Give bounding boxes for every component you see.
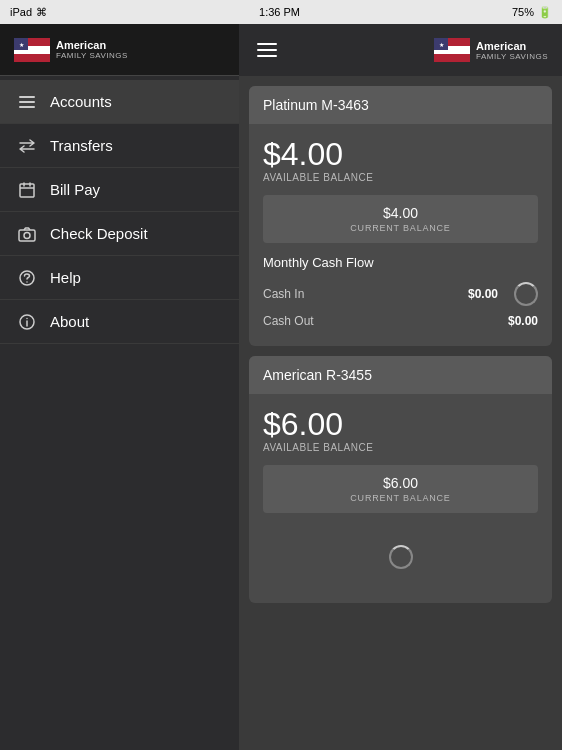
menu-button[interactable]: [253, 39, 281, 61]
sidebar-item-billpay[interactable]: Bill Pay: [0, 168, 239, 212]
platinum-cash-flow-title: Monthly Cash Flow: [263, 255, 538, 270]
account-header-platinum: Platinum M-3463: [249, 86, 552, 124]
platinum-cash-flow: Monthly Cash Flow Cash In $0.00 Ca: [263, 255, 538, 332]
device-label: iPad: [10, 6, 32, 18]
calendar-icon: [16, 179, 38, 201]
sidebar-label-transfers: Transfers: [50, 137, 113, 154]
platinum-cash-out-row: Cash Out $0.00: [263, 310, 538, 332]
account-card-platinum: Platinum M-3463 $4.00 AVAILABLE BALANCE …: [249, 86, 552, 346]
svg-rect-17: [434, 54, 470, 62]
account-card-american: American R-3455 $6.00 AVAILABLE BALANCE …: [249, 356, 552, 603]
status-bar: iPad ⌘ 1:36 PM 75% 🔋: [0, 0, 562, 24]
sidebar-logo: ★ American FAMILY SAVINGS: [14, 38, 128, 62]
sidebar-item-help[interactable]: Help: [0, 256, 239, 300]
platinum-cash-in-amount: $0.00: [468, 287, 498, 301]
account-header-american: American R-3455: [249, 356, 552, 394]
svg-text:★: ★: [19, 42, 24, 48]
svg-text:★: ★: [439, 42, 444, 48]
svg-rect-6: [19, 101, 35, 103]
sidebar-label-about: About: [50, 313, 89, 330]
svg-point-14: [26, 317, 28, 319]
platinum-available-label: AVAILABLE BALANCE: [263, 172, 538, 183]
sidebar-item-checkdeposit[interactable]: Check Deposit: [0, 212, 239, 256]
svg-rect-8: [20, 184, 34, 197]
svg-rect-7: [19, 106, 35, 108]
sidebar-label-billpay: Bill Pay: [50, 181, 100, 198]
hamburger-line-2: [257, 49, 277, 51]
sidebar-label-accounts: Accounts: [50, 93, 112, 110]
app-body: ★ American FAMILY SAVINGS Accounts: [0, 24, 562, 750]
platinum-current-label: CURRENT BALANCE: [273, 223, 528, 233]
sidebar-label-checkdeposit: Check Deposit: [50, 225, 148, 242]
platinum-cash-in-row: Cash In $0.00: [263, 278, 538, 310]
topbar-logo: ★ American FAMILY SAVINGS: [434, 38, 548, 62]
svg-point-10: [24, 232, 30, 238]
sidebar-logo-text: American FAMILY SAVINGS: [56, 39, 128, 60]
account-name-platinum: Platinum M-3463: [263, 97, 369, 113]
sidebar-item-accounts[interactable]: Accounts: [0, 80, 239, 124]
american-available-amount: $6.00: [263, 408, 538, 440]
svg-point-12: [26, 281, 28, 283]
arrows-icon: [16, 135, 38, 157]
status-right: 75% 🔋: [512, 6, 552, 19]
sidebar-nav: Accounts Transfers: [0, 76, 239, 750]
camera-icon: [16, 223, 38, 245]
status-left: iPad ⌘: [10, 6, 47, 19]
account-body-platinum: $4.00 AVAILABLE BALANCE $4.00 CURRENT BA…: [249, 124, 552, 346]
sidebar-label-help: Help: [50, 269, 81, 286]
account-name-american: American R-3455: [263, 367, 372, 383]
topbar-logo-text: American FAMILY SAVINGS: [476, 40, 548, 61]
time-display: 1:36 PM: [259, 6, 300, 18]
battery-level: 75%: [512, 6, 534, 18]
sidebar-header: ★ American FAMILY SAVINGS: [0, 24, 239, 76]
hamburger-line-1: [257, 43, 277, 45]
sidebar: ★ American FAMILY SAVINGS Accounts: [0, 24, 239, 750]
account-body-american: $6.00 AVAILABLE BALANCE $6.00 CURRENT BA…: [249, 394, 552, 603]
battery-icon: 🔋: [538, 6, 552, 19]
svg-rect-2: [14, 54, 50, 62]
list-icon: [16, 91, 38, 113]
platinum-cash-in-label: Cash In: [263, 287, 304, 301]
sidebar-item-transfers[interactable]: Transfers: [0, 124, 239, 168]
wifi-icon: ⌘: [36, 6, 47, 19]
american-current-label: CURRENT BALANCE: [273, 493, 528, 503]
main-content: ★ American FAMILY SAVINGS Platinum M-346…: [239, 24, 562, 750]
info-icon: [16, 311, 38, 333]
american-spinner: [263, 525, 538, 589]
american-current-amount: $6.00: [273, 475, 528, 491]
sidebar-logo-flag: ★: [14, 38, 50, 62]
platinum-spinner-1: [514, 282, 538, 306]
platinum-cash-out-amount: $0.00: [508, 314, 538, 328]
sidebar-item-about[interactable]: About: [0, 300, 239, 344]
topbar-logo-flag: ★: [434, 38, 470, 62]
american-available-label: AVAILABLE BALANCE: [263, 442, 538, 453]
accounts-list: Platinum M-3463 $4.00 AVAILABLE BALANCE …: [239, 76, 562, 750]
american-balance-box: $6.00 CURRENT BALANCE: [263, 465, 538, 513]
platinum-available-amount: $4.00: [263, 138, 538, 170]
svg-rect-5: [19, 96, 35, 98]
platinum-cash-out-label: Cash Out: [263, 314, 314, 328]
svg-rect-9: [19, 230, 35, 241]
hamburger-line-3: [257, 55, 277, 57]
question-icon: [16, 267, 38, 289]
platinum-current-amount: $4.00: [273, 205, 528, 221]
platinum-balance-box: $4.00 CURRENT BALANCE: [263, 195, 538, 243]
topbar: ★ American FAMILY SAVINGS: [239, 24, 562, 76]
